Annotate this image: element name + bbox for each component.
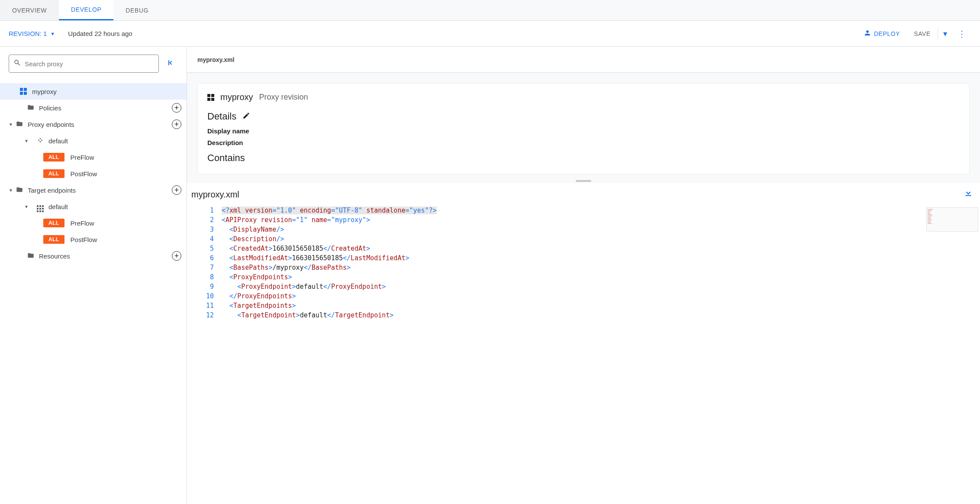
description-label: Description — [207, 139, 960, 146]
tree-node-target-endpoints[interactable]: ▼ Target endpoints + — [0, 182, 187, 198]
details-header: Details — [207, 111, 236, 122]
chevron-down-icon[interactable]: ▼ — [23, 204, 30, 209]
display-name-label: Display name — [207, 127, 960, 135]
tree-node-proxy-endpoints[interactable]: ▼ Proxy endpoints + — [0, 116, 187, 132]
tree-label: Resources — [39, 252, 172, 260]
tree-node-policies[interactable]: Policies + — [0, 100, 187, 116]
edit-details-button[interactable] — [242, 111, 250, 122]
code-body[interactable]: <?xml version="1.0" encoding="UTF-8" sta… — [222, 206, 980, 503]
endpoint-icon — [35, 137, 45, 145]
chevron-down-icon[interactable]: ▼ — [7, 122, 15, 127]
tree-label: myproxy — [32, 88, 181, 95]
badge-all: ALL — [43, 219, 64, 227]
search-icon — [13, 59, 21, 69]
chevron-down-icon[interactable]: ▼ — [7, 188, 15, 193]
collapse-sidebar-button[interactable] — [164, 57, 178, 71]
add-target-endpoint-button[interactable]: + — [172, 185, 181, 195]
folder-icon — [15, 186, 24, 194]
tree-node-target-preflow[interactable]: ALL PreFlow — [0, 215, 187, 231]
proxy-icon — [207, 94, 214, 101]
revision-selector[interactable]: REVISION: 1 ▼ — [9, 30, 55, 37]
tree-label: default — [48, 137, 181, 145]
badge-all: ALL — [43, 169, 64, 178]
deploy-label: DEPLOY — [874, 30, 900, 37]
details-card: myproxy Proxy revision Details Display n… — [197, 83, 970, 174]
contains-header: Contains — [207, 152, 245, 164]
updated-text: Updated 22 hours ago — [68, 30, 132, 37]
tab-overview[interactable]: OVERVIEW — [0, 0, 59, 20]
toolbar: REVISION: 1 ▼ Updated 22 hours ago DEPLO… — [0, 21, 980, 47]
badge-all: ALL — [43, 235, 64, 244]
tree: myproxy Policies + ▼ Proxy endpoints + ▼ — [0, 79, 187, 264]
chevron-down-icon[interactable]: ▼ — [23, 139, 30, 143]
minimap[interactable]: ▬▬▬▬▬▬▬▬▬▬▬▬▬▬▬▬▬▬▬▬▬▬▬▬▬▬▬▬▬▬▬▬▬▬▬▬▬▬▬▬… — [926, 207, 978, 232]
card-title: myproxy — [220, 92, 253, 102]
proxy-icon — [20, 88, 27, 95]
tree-node-proxy-postflow[interactable]: ALL PostFlow — [0, 165, 187, 182]
folder-icon — [15, 120, 24, 129]
tree-label: PostFlow — [71, 170, 181, 178]
tree-label: PostFlow — [71, 236, 181, 243]
tree-node-myproxy[interactable]: myproxy — [0, 83, 187, 100]
save-menu-toggle[interactable]: ▾ — [938, 29, 952, 39]
tree-node-proxy-default[interactable]: ▼ default — [0, 132, 187, 149]
add-policy-button[interactable]: + — [172, 103, 181, 113]
tree-label: PreFlow — [71, 220, 181, 227]
deploy-button[interactable]: DEPLOY — [857, 29, 907, 38]
tree-node-target-default[interactable]: ▼ default — [0, 198, 187, 215]
add-proxy-endpoint-button[interactable]: + — [172, 120, 181, 129]
revision-label: REVISION: 1 — [9, 30, 47, 37]
tree-label: PreFlow — [71, 154, 181, 161]
folder-icon — [26, 252, 35, 260]
main-tabs: OVERVIEW DEVELOP DEBUG — [0, 0, 980, 21]
tree-node-target-postflow[interactable]: ALL PostFlow — [0, 231, 187, 248]
card-subtitle: Proxy revision — [259, 93, 308, 102]
save-button[interactable]: SAVE — [907, 30, 938, 37]
tab-develop[interactable]: DEVELOP — [59, 0, 113, 20]
folder-icon — [26, 104, 35, 112]
file-header: myproxy.xml — [187, 47, 980, 73]
tree-label: Policies — [39, 104, 172, 112]
tree-node-resources[interactable]: Resources + — [0, 248, 187, 264]
tree-label: Proxy endpoints — [28, 121, 172, 128]
deploy-icon — [864, 29, 871, 38]
more-menu[interactable]: ⋮ — [952, 29, 971, 39]
main-pane: myproxy.xml myproxy Proxy revision Detai… — [187, 47, 980, 503]
code-editor[interactable]: 123456789101112 <?xml version="1.0" enco… — [187, 206, 980, 503]
collapse-editor-button[interactable] — [964, 188, 973, 200]
splitter-handle[interactable] — [187, 179, 980, 183]
add-resource-button[interactable]: + — [172, 251, 181, 261]
tree-label: Target endpoints — [28, 187, 172, 194]
gutter: 123456789101112 — [187, 206, 222, 503]
badge-all: ALL — [43, 153, 64, 162]
sidebar: myproxy Policies + ▼ Proxy endpoints + ▼ — [0, 47, 187, 503]
chevron-down-icon: ▼ — [50, 31, 55, 36]
tab-debug[interactable]: DEBUG — [113, 0, 161, 20]
tree-label: default — [48, 203, 181, 210]
editor-file-name: myproxy.xml — [191, 190, 239, 200]
search-box[interactable] — [9, 55, 159, 73]
search-input[interactable] — [21, 60, 154, 68]
target-icon — [35, 201, 45, 212]
tree-node-proxy-preflow[interactable]: ALL PreFlow — [0, 149, 187, 165]
